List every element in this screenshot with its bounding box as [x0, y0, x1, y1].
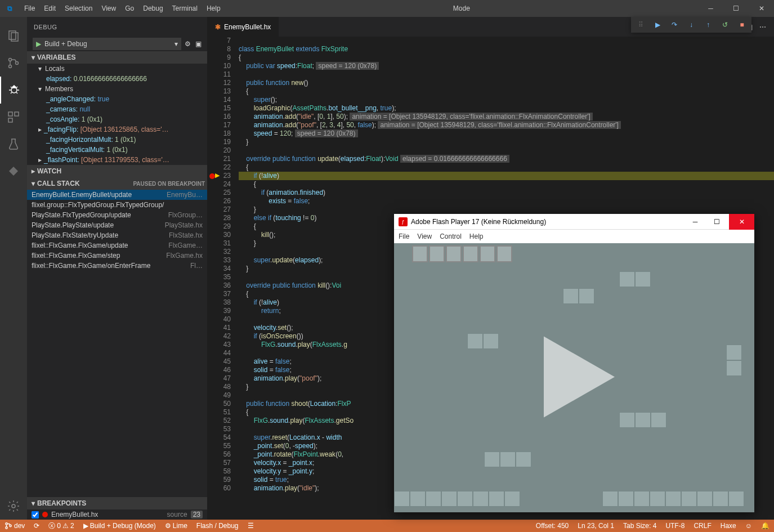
status-eol[interactable]: CRLF [689, 522, 715, 530]
callstack-item[interactable]: flixel::FlxGame.FlxGame/stepFlxGame.hx [27, 251, 207, 261]
step-over-button[interactable]: ↷ [667, 19, 682, 31]
section-callstack[interactable]: ▾CALL STACK PAUSED ON BREAKPOINT [27, 177, 207, 190]
source-control-icon[interactable] [0, 50, 27, 77]
var-item[interactable]: _cameras: null [27, 104, 207, 114]
settings-gear-icon[interactable] [0, 493, 27, 520]
console-icon[interactable]: ▣ [195, 40, 202, 48]
callstack-item[interactable]: PlayState.PlayState/updatePlayState.hx [27, 220, 207, 230]
var-item[interactable]: _cosAngle: 1 (0x1) [27, 114, 207, 124]
section-variables[interactable]: ▾VARIABLES [27, 51, 207, 64]
callstack-item[interactable]: flixel::FlxGame.FlxGame/onEnterFrameFl… [27, 261, 207, 271]
explorer-icon[interactable] [0, 23, 27, 50]
callstack-item[interactable]: flixel.group::FlxTypedGroup.FlxTypedGrou… [27, 200, 207, 210]
flash-menu-help[interactable]: Help [469, 233, 484, 240]
play-overlay-icon[interactable] [524, 327, 625, 430]
editor-tab-enemybullet[interactable]: ✱ EnemyBullet.hx [207, 17, 279, 37]
menubar: File Edit Selection View Go Debug Termin… [20, 5, 225, 12]
continue-button[interactable]: ▶ [650, 19, 665, 31]
debug-config-name: Build + Debug [44, 40, 171, 48]
section-watch[interactable]: ▸WATCH [27, 165, 207, 177]
debug-config-dropdown[interactable]: ▶ Build + Debug ▾ [33, 38, 181, 50]
status-sync[interactable]: ⟳ [29, 520, 44, 532]
menu-selection[interactable]: Selection [60, 5, 97, 12]
flash-minimize-button[interactable]: ─ [686, 218, 704, 226]
status-offset[interactable]: Offset: 450 [531, 522, 573, 530]
stop-button[interactable]: ■ [735, 19, 749, 31]
svg-point-9 [12, 504, 15, 508]
breakpoint-item[interactable]: EnemyBullet.hxsource23 [27, 509, 207, 520]
status-bell-icon[interactable]: 🔔 [757, 522, 774, 530]
debug-icon[interactable] [0, 77, 27, 104]
titlebar: ⧉ File Edit Selection View Go Debug Term… [0, 0, 774, 17]
window-title: Mode [225, 5, 698, 12]
step-into-button[interactable]: ↓ [684, 19, 699, 31]
status-language[interactable]: Haxe [716, 522, 741, 530]
menu-debug[interactable]: Debug [138, 5, 167, 12]
more-icon[interactable]: ⋯ [759, 23, 766, 31]
debug-sidebar: DEBUG ▶ Build + Debug ▾ ⚙ ▣ ▾VARIABLES ▾… [27, 17, 207, 520]
menu-terminal[interactable]: Terminal [168, 5, 202, 12]
flash-menubar: File View Control Help [394, 230, 754, 243]
flash-close-button[interactable]: ✕ [729, 214, 754, 230]
var-group-members[interactable]: ▾Members [27, 84, 207, 94]
callstack-item[interactable]: PlayState.FlxState/tryUpdateFlxState.hx [27, 230, 207, 240]
svg-rect-7 [15, 112, 19, 116]
var-item[interactable]: ▸_facingFlip: [Object 136125865, class='… [27, 124, 207, 135]
status-branch[interactable]: dev [0, 520, 29, 532]
status-build[interactable]: ▶ Build + Debug (Mode) [79, 520, 160, 532]
svg-rect-6 [8, 112, 12, 116]
extensions-icon[interactable] [0, 104, 27, 131]
var-item[interactable]: _facingHorizontalMult: 1 (0x1) [27, 135, 207, 145]
status-encoding[interactable]: UTF-8 [661, 522, 689, 530]
maximize-button[interactable]: ☐ [723, 5, 749, 12]
minimize-button[interactable]: ─ [698, 5, 723, 12]
menu-edit[interactable]: Edit [39, 5, 60, 12]
flash-icon: ƒ [399, 217, 408, 226]
test-icon[interactable] [0, 131, 27, 158]
svg-point-3 [9, 65, 12, 68]
menu-help[interactable]: Help [202, 5, 225, 12]
drag-grip-icon[interactable]: ⠿ [633, 19, 648, 31]
flash-game-canvas[interactable] [394, 243, 754, 512]
flash-menu-file[interactable]: File [399, 233, 409, 240]
restart-button[interactable]: ↺ [718, 19, 732, 31]
breakpoint-checkbox[interactable] [32, 511, 39, 518]
var-elapsed[interactable]: elapsed: 0.016666666666666666 [27, 74, 207, 84]
status-tabsize[interactable]: Tab Size: 4 [619, 522, 661, 530]
status-cursor[interactable]: Ln 23, Col 1 [573, 522, 619, 530]
debug-toolbar: ⠿ ▶ ↷ ↓ ↑ ↺ ■ [631, 17, 751, 33]
haxe-file-icon: ✱ [215, 23, 221, 31]
gear-icon[interactable]: ⚙ [185, 40, 191, 48]
status-list-icon[interactable]: ☰ [243, 520, 258, 532]
status-target[interactable]: Flash / Debug [192, 520, 243, 532]
flash-menu-view[interactable]: View [417, 233, 432, 240]
var-item[interactable]: _facingVerticalMult: 1 (0x1) [27, 145, 207, 155]
menu-go[interactable]: Go [120, 5, 138, 12]
sidebar-title: DEBUG [27, 17, 207, 37]
var-item[interactable]: _angleChanged: true [27, 94, 207, 104]
step-out-button[interactable]: ↑ [701, 19, 715, 31]
callstack-item[interactable]: flixel::FlxGame.FlxGame/updateFlxGame… [27, 240, 207, 251]
status-errors[interactable]: ⓧ 0 ⚠ 2 [44, 520, 78, 532]
callstack-item[interactable]: PlayState.FlxTypedGroup/updateFlxGroup… [27, 210, 207, 220]
svg-point-11 [6, 523, 8, 525]
svg-point-12 [6, 527, 8, 529]
var-group-locals[interactable]: ▾Locals [27, 64, 207, 74]
menu-view[interactable]: View [97, 5, 120, 12]
status-feedback-icon[interactable]: ☺ [741, 522, 757, 530]
flash-maximize-button[interactable]: ☐ [708, 218, 726, 226]
breakpoint-dot-icon [42, 512, 48, 517]
gutter[interactable]: 7891011121314151617181920212223▶24252627… [207, 37, 239, 520]
vscode-logo-icon: ⧉ [0, 5, 20, 12]
play-icon: ▶ [36, 40, 41, 48]
menu-file[interactable]: File [20, 5, 39, 12]
section-breakpoints[interactable]: ▾BREAKPOINTS [27, 497, 207, 509]
svg-point-13 [10, 525, 12, 527]
callstack-item[interactable]: EnemyBullet.EnemyBullet/updateEnemyBu… [27, 190, 207, 200]
var-item[interactable]: ▸_flashPoint: [Object 131799553, class='… [27, 155, 207, 165]
statusbar: dev ⟳ ⓧ 0 ⚠ 2 ▶ Build + Debug (Mode) ⚙ L… [0, 520, 774, 532]
flash-menu-control[interactable]: Control [440, 233, 462, 240]
status-lime[interactable]: ⚙ Lime [160, 520, 192, 532]
haxe-icon[interactable] [0, 158, 27, 185]
close-button[interactable]: ✕ [749, 5, 774, 12]
